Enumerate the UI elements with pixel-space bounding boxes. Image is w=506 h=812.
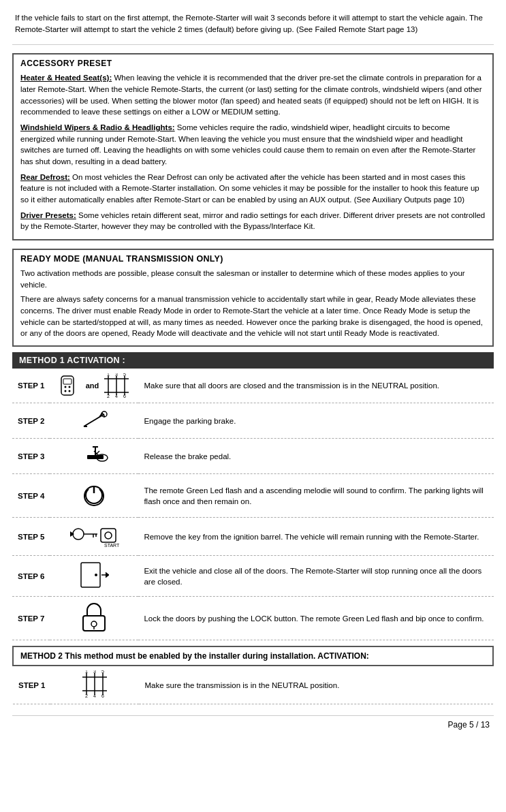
method2-header-text: METHOD 2 This method must be enabled by …	[20, 651, 369, 661]
method2-header: METHOD 2 This method must be enabled by …	[13, 646, 493, 666]
svg-text:1: 1	[85, 670, 88, 674]
svg-point-2	[64, 386, 66, 388]
step1-desc: Make sure that all doors are closed and …	[138, 369, 494, 403]
method2-step1-icon: 1 3 5 2 4 6	[50, 666, 139, 704]
transmission-diagram2-icon: 1 3 5 2 4 6	[80, 670, 110, 698]
lock-icon	[79, 601, 109, 634]
svg-text:3: 3	[93, 670, 96, 674]
door-close-icon	[76, 560, 113, 590]
parking-brake-icon	[74, 407, 114, 432]
step5-label: STEP 5	[12, 518, 50, 556]
defrost-label: Rear Defrost:	[20, 173, 70, 181]
table-row: STEP 6 Exit the vehicle and close all of…	[12, 556, 494, 597]
method2-step1-label: STEP 1	[13, 666, 50, 704]
step6-desc: Exit the vehicle and close all of the do…	[138, 556, 494, 597]
step2-desc: Engage the parking brake.	[138, 403, 494, 439]
svg-text:1: 1	[107, 373, 110, 377]
accessory-preset-section: ACCESSORY PRESET Heater & Heated Seat(s)…	[12, 53, 494, 240]
table-row: STEP 2 Engage the parking brake.	[12, 403, 494, 439]
svg-text:6: 6	[101, 693, 104, 698]
key-removal-icon: START	[63, 522, 125, 549]
driver-label: Driver Presets:	[20, 211, 76, 219]
heater-label: Heater & Heated Seat(s):	[20, 74, 112, 82]
step2-icon	[50, 403, 138, 439]
svg-rect-1	[63, 379, 72, 384]
svg-point-5	[68, 390, 70, 392]
table-row: STEP 1 1 3 5 2 4 6	[13, 666, 493, 704]
svg-rect-32	[101, 529, 116, 542]
svg-text:5: 5	[101, 670, 104, 674]
driver-paragraph: Driver Presets: Some vehicles retain dif…	[20, 210, 486, 232]
method1-header: METHOD 1 ACTIVATION :	[12, 352, 494, 369]
svg-point-39	[91, 621, 97, 627]
transmission-diagram-icon: 1 3 5 2 4 6	[101, 373, 131, 398]
step6-icon	[50, 556, 138, 597]
step6-label: STEP 6	[12, 556, 50, 597]
step4-label: STEP 4	[12, 474, 50, 518]
table-row: STEP 3 Release the brake	[12, 439, 494, 474]
svg-point-28	[73, 529, 84, 540]
svg-text:2: 2	[85, 693, 88, 698]
step3-label: STEP 3	[12, 439, 50, 474]
ready-mode-section: READY MODE (MANUAL TRANSMISSION ONLY) Tw…	[12, 249, 494, 347]
accessory-preset-header: ACCESSORY PRESET	[20, 59, 486, 68]
wipers-paragraph: Windshield Wipers & Radio & Headlights: …	[20, 122, 486, 168]
page-number: Page 5 / 13	[448, 720, 490, 730]
svg-text:2: 2	[107, 394, 110, 398]
defrost-text: On most vehicles the Rear Defrost can on…	[20, 173, 479, 204]
step5-icon: START	[50, 518, 138, 556]
heater-paragraph: Heater & Heated Seat(s): When leaving th…	[20, 72, 486, 118]
intro-paragraph: If the vehicle fails to start on the fir…	[12, 7, 494, 45]
svg-text:4: 4	[93, 693, 96, 698]
svg-text:3: 3	[115, 373, 118, 377]
table-row: STEP 7 Lock the doors by pushing the LOC…	[12, 597, 494, 640]
page-container: If the vehicle fails to start on the fir…	[0, 0, 506, 742]
step7-desc: Lock the doors by pushing the LOCK butto…	[138, 597, 494, 640]
step5-desc: Remove the key from the ignition barrel.…	[138, 518, 494, 556]
wipers-label: Windshield Wipers & Radio & Headlights:	[20, 123, 175, 131]
svg-text:4: 4	[115, 394, 118, 398]
table-row: STEP 5 START	[12, 518, 494, 556]
svg-point-3	[68, 386, 70, 388]
step4-desc: The remote Green Led flash and a ascendi…	[138, 474, 494, 518]
method1-table: METHOD 1 ACTIVATION : STEP 1	[12, 352, 494, 640]
brake-pedal-icon	[74, 443, 114, 467]
svg-point-33	[105, 532, 112, 539]
ready-mode-header: READY MODE (MANUAL TRANSMISSION ONLY)	[20, 254, 486, 264]
step2-label: STEP 2	[12, 403, 50, 439]
method1-header-text: METHOD 1 ACTIVATION :	[19, 356, 125, 365]
step1-label: STEP 1	[12, 369, 50, 403]
svg-point-36	[95, 574, 97, 576]
step1-icon: and 1 3	[50, 369, 138, 403]
step7-icon	[50, 597, 138, 640]
and-text: and	[86, 381, 99, 390]
svg-line-17	[84, 414, 104, 426]
ready-mode-content: Two activation methods are possible, ple…	[20, 268, 486, 339]
step3-desc: Release the brake pedal.	[138, 439, 494, 474]
svg-text:START: START	[104, 543, 120, 548]
step4-icon	[50, 474, 138, 518]
svg-text:5: 5	[123, 373, 126, 377]
page-footer: Page 5 / 13	[12, 715, 494, 735]
svg-point-4	[64, 390, 66, 392]
driver-text: Some vehicles retain different seat, mir…	[20, 211, 485, 231]
intro-text: If the vehicle fails to start on the fir…	[15, 14, 483, 33]
svg-text:6: 6	[123, 394, 126, 398]
defrost-paragraph: Rear Defrost: On most vehicles the Rear …	[20, 172, 486, 206]
ready-mode-p2: There are always safety concerns for a m…	[20, 294, 486, 339]
step7-label: STEP 7	[12, 597, 50, 640]
method2-step1-desc: Make sure the transmission is in the NEU…	[139, 666, 493, 704]
remote-power-icon	[78, 478, 110, 511]
table-row: STEP 4 The remote Green Led flash and a …	[12, 474, 494, 518]
table-row: STEP 1 and	[12, 369, 494, 403]
step3-icon	[50, 439, 138, 474]
remote-fob-icon	[57, 373, 83, 399]
accessory-preset-content: Heater & Heated Seat(s): When leaving th…	[20, 72, 486, 232]
method2-table: METHOD 2 This method must be enabled by …	[12, 646, 494, 704]
ready-mode-p1: Two activation methods are possible, ple…	[20, 268, 486, 290]
